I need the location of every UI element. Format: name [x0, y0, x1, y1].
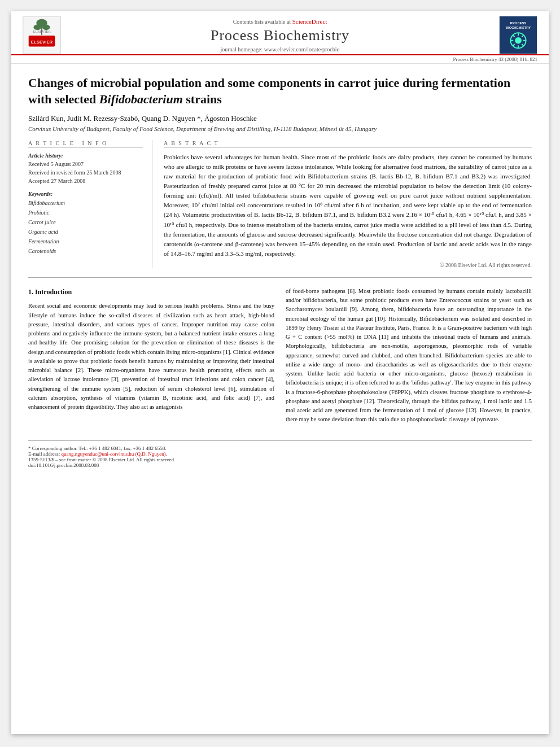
copyright-line: © 2008 Elsevier Ltd. All rights reserved…: [164, 262, 532, 268]
abstract-text: Probiotics have several advantages for h…: [164, 152, 532, 259]
intro-para-2: of food-borne pathogens [8]. Most probio…: [286, 287, 532, 425]
journal-info-bar: Process Biochemistry 43 (2008) 816–821: [11, 55, 549, 64]
corresponding-note: * Corresponding author. Tel.: +36 1 482 …: [28, 445, 532, 451]
svg-point-6: [33, 25, 41, 30]
doi-line: doi:10.1016/j.procbio.2008.03.008: [28, 462, 532, 468]
header-center: Contents lists available at ScienceDirec…: [67, 18, 493, 53]
journal-title-header: Process Biochemistry: [67, 27, 493, 44]
intro-heading: 1. Introduction: [28, 287, 274, 298]
intro-para-1: Recent social and economic developments …: [28, 302, 274, 412]
section-divider: [28, 277, 532, 278]
elsevier-logo: ELSEVIER ELSEVIER: [23, 16, 61, 54]
article-title: Changes of microbial population and some…: [28, 75, 532, 107]
svg-text:PROCESS: PROCESS: [510, 21, 527, 25]
main-content: Changes of microbial population and some…: [11, 64, 549, 479]
footer-notes: * Corresponding author. Tel.: +36 1 482 …: [28, 440, 532, 468]
article-info-label: A R T I C L E I N F O: [28, 140, 143, 148]
svg-point-12: [515, 37, 522, 44]
article-history: Article history: Received 5 August 2007 …: [28, 152, 143, 185]
svg-text:BIOCHEMISTRY: BIOCHEMISTRY: [506, 26, 531, 29]
keywords-group: Keywords: BifidobacteriumProbioticCarrot…: [28, 191, 143, 256]
article-info-col: A R T I C L E I N F O Article history: R…: [28, 140, 152, 268]
body-col-left: 1. Introduction Recent social and econom…: [28, 287, 274, 429]
process-bio-logo: PROCESS BIOCHEMISTRY: [499, 16, 537, 54]
journal-header: ELSEVIER ELSEVIER Contents lists availab…: [11, 11, 549, 55]
journal-homepage: journal homepage: www.elsevier.com/locat…: [67, 46, 493, 53]
authors: Szilárd Kun, Judit M. Rezessy-Szabó, Qua…: [28, 114, 532, 123]
abstract-col: A B S T R A C T Probiotics have several …: [164, 140, 532, 268]
svg-point-7: [42, 25, 50, 30]
body-col-right: of food-borne pathogens [8]. Most probio…: [286, 287, 532, 429]
abstract-label: A B S T R A C T: [164, 140, 532, 148]
sciencedirect-link[interactable]: ScienceDirect: [292, 18, 327, 25]
svg-text:ELSEVIER: ELSEVIER: [31, 40, 53, 45]
sciencedirect-line: Contents lists available at ScienceDirec…: [67, 18, 493, 25]
email-line: E-mail address: quang.nguyenduc@uni-corv…: [28, 451, 532, 457]
issn-line: 1359-5113/$ – see front matter © 2008 El…: [28, 457, 532, 462]
page: ELSEVIER ELSEVIER Contents lists availab…: [11, 11, 549, 734]
keywords-list: BifidobacteriumProbioticCarrot juiceOrga…: [28, 198, 143, 256]
body-two-col: 1. Introduction Recent social and econom…: [28, 287, 532, 429]
info-abstract-section: A R T I C L E I N F O Article history: R…: [28, 140, 532, 268]
affiliation: Corvinus University of Budapest, Faculty…: [28, 125, 532, 132]
